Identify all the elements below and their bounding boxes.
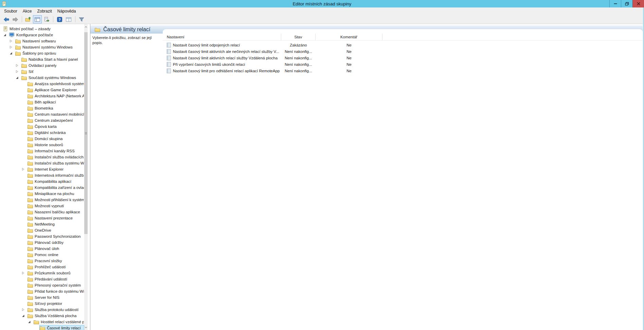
scrollbar-up-button[interactable] bbox=[84, 24, 88, 30]
expander-collapsed-icon[interactable] bbox=[22, 308, 27, 311]
expander-collapsed-icon[interactable] bbox=[10, 39, 15, 43]
tree-item[interactable]: Přidat funkce do systému Windows bbox=[0, 288, 89, 294]
tree-item[interactable]: Čipová karta bbox=[0, 123, 89, 130]
policy-row[interactable]: Při vypršení časových limitů ukončit rel… bbox=[163, 61, 643, 67]
tree-item[interactable]: Možnosti přihlášení k systému Windows bbox=[0, 197, 89, 203]
expander-expanded-icon[interactable] bbox=[16, 76, 21, 79]
tree-item[interactable]: Informační kanály RSS bbox=[0, 148, 89, 154]
tree-item[interactable]: Domácí skupina bbox=[0, 136, 89, 142]
menu-item-soubor[interactable]: Soubor bbox=[1, 9, 20, 14]
tree-item[interactable]: Síťový projektor bbox=[0, 300, 89, 307]
column-header-nastaveni[interactable]: Nastavení bbox=[163, 34, 281, 40]
folder-icon bbox=[28, 283, 33, 288]
tree-item[interactable]: Běh aplikací bbox=[0, 99, 89, 105]
policy-row[interactable]: Nastavit časový limit pro odhlášení rela… bbox=[163, 67, 643, 74]
folder-icon bbox=[28, 314, 33, 318]
policy-row[interactable]: Nastavit časový limit aktivních relací s… bbox=[163, 55, 643, 61]
tree-item[interactable]: Časové limity relací bbox=[0, 325, 89, 330]
tree-node: Ovládací panely bbox=[21, 62, 84, 69]
tree-item[interactable]: Nabídka Start a hlavní panel bbox=[0, 56, 89, 62]
console-tree-toggle-button[interactable] bbox=[33, 15, 42, 23]
expander-collapsed-icon[interactable] bbox=[16, 70, 21, 73]
tree-item[interactable]: Instalační služba ovládacích prvků bbox=[0, 154, 89, 160]
tree-item-label: Kompatibilita aplikací bbox=[35, 179, 71, 183]
tree-item[interactable]: Síť bbox=[0, 69, 89, 75]
tree-item[interactable]: Instalační služba systému Windows bbox=[0, 160, 89, 166]
tree-item[interactable]: Součásti systému Windows bbox=[0, 75, 89, 81]
expander-collapsed-icon[interactable] bbox=[22, 271, 27, 275]
tree-item[interactable]: Služba protokolu událostí bbox=[0, 307, 89, 313]
tree-item[interactable]: Místní počítač – zásady bbox=[0, 26, 89, 32]
tree-item[interactable]: Aplikace Game Explorer bbox=[0, 87, 89, 93]
tree-scrollbar[interactable] bbox=[84, 24, 88, 330]
filter-button[interactable] bbox=[77, 15, 86, 23]
tree-item[interactable]: Hostitel relací vzdálené plochy bbox=[0, 319, 89, 325]
help-button[interactable]: ? bbox=[55, 15, 64, 23]
policy-row[interactable]: Nastavit časový limit odpojených relacíZ… bbox=[163, 42, 643, 48]
expander-expanded-icon[interactable] bbox=[28, 321, 33, 324]
tree-item[interactable]: Architektura NAP (Network Access Protect… bbox=[0, 93, 89, 99]
forward-button[interactable] bbox=[11, 15, 20, 23]
policy-row[interactable]: Nastavit časový limit aktivních ale neči… bbox=[163, 48, 643, 55]
tree-item[interactable]: Internetová informační služba bbox=[0, 172, 89, 178]
expander-collapsed-icon[interactable] bbox=[22, 168, 27, 171]
show-parent-folder-button[interactable] bbox=[24, 15, 33, 23]
minimize-button[interactable] bbox=[609, 0, 621, 7]
expander-collapsed-icon[interactable] bbox=[10, 45, 15, 49]
scrollbar-thumb[interactable] bbox=[84, 32, 88, 234]
tree-item[interactable]: Prohlížeč událostí bbox=[0, 264, 89, 270]
back-button[interactable] bbox=[2, 15, 11, 23]
tree-item[interactable]: Nastavení prezentace bbox=[0, 215, 89, 221]
menu-item-zobrazit[interactable]: Zobrazit bbox=[34, 9, 54, 14]
expander-expanded-icon[interactable] bbox=[3, 34, 9, 37]
tree-item[interactable]: Možnosti vypnutí bbox=[0, 203, 89, 209]
tree-item[interactable]: Předávání událostí bbox=[0, 276, 89, 282]
panel-splitter[interactable] bbox=[90, 24, 90, 330]
tree-item[interactable]: Pomoc online bbox=[0, 252, 89, 258]
tree-item[interactable]: Historie souborů bbox=[0, 142, 89, 148]
restore-button[interactable] bbox=[621, 0, 632, 7]
tree-item[interactable]: Nastavení systému Windows bbox=[0, 44, 89, 50]
tree-item[interactable]: Ovládací panely bbox=[0, 62, 89, 69]
tree-item[interactable]: Server for NIS bbox=[0, 294, 89, 300]
tree-item[interactable]: Centrum zabezpečení bbox=[0, 117, 89, 123]
tree-item[interactable]: Password Synchronization bbox=[0, 233, 89, 239]
scrollbar-down-button[interactable] bbox=[84, 325, 88, 330]
tree-item[interactable]: Miniaplikace na plochu bbox=[0, 191, 89, 197]
tree-item[interactable]: Nasazení balíčku aplikace bbox=[0, 209, 89, 215]
menu-item-akce[interactable]: Akce bbox=[20, 9, 35, 14]
tree-node: Síť bbox=[21, 69, 84, 75]
folder-icon bbox=[28, 131, 33, 135]
tree-item[interactable]: Biometrika bbox=[0, 105, 89, 111]
tree-item[interactable]: Plánovač údržby bbox=[0, 239, 89, 246]
tree-item[interactable]: Nastavení softwaru bbox=[0, 38, 89, 44]
column-header-stav[interactable]: Stav bbox=[281, 34, 316, 40]
tree-item[interactable]: Analýza spolehlivosti systému bbox=[0, 81, 89, 87]
export-list-button[interactable] bbox=[42, 15, 51, 23]
menu-item-napoveda[interactable]: Nápověda bbox=[55, 9, 79, 14]
tree-item[interactable]: Digitální schránka bbox=[0, 130, 89, 136]
tree-item[interactable]: Průzkumník souborů bbox=[0, 270, 89, 276]
minimize-icon bbox=[613, 2, 618, 5]
tree-item[interactable]: Plánovač úloh bbox=[0, 246, 89, 252]
tree-item[interactable]: Šablony pro správu bbox=[0, 50, 89, 56]
tree-item[interactable]: NetMeeting bbox=[0, 221, 89, 227]
export-list-icon bbox=[43, 17, 50, 22]
column-header-komentar[interactable]: Komentář bbox=[316, 34, 382, 40]
expander-expanded-icon[interactable] bbox=[10, 52, 15, 55]
tree-item[interactable]: Služba Vzdálená plocha bbox=[0, 313, 89, 319]
tree-item[interactable]: Přenosný operační systém bbox=[0, 282, 89, 288]
tree-item[interactable]: Kompatibilita zařízení a ovladačů bbox=[0, 185, 89, 191]
tree-item[interactable]: Konfigurace počítače bbox=[0, 32, 89, 38]
close-button[interactable] bbox=[632, 0, 644, 7]
tree-item[interactable]: Pracovní složky bbox=[0, 258, 89, 264]
tree-node: Instalační služba ovládacích prvků bbox=[27, 154, 84, 160]
extended-view-button[interactable] bbox=[64, 15, 73, 23]
tree-item[interactable]: Kompatibilita aplikací bbox=[0, 178, 89, 185]
expander-collapsed-icon[interactable] bbox=[16, 64, 21, 67]
folder-icon bbox=[28, 295, 33, 300]
tree-item[interactable]: OneDrive bbox=[0, 227, 89, 233]
tree-item[interactable]: Centrum nastavení mobilních zařízení bbox=[0, 111, 89, 117]
tree-item[interactable]: Internet Explorer bbox=[0, 166, 89, 172]
expander-expanded-icon[interactable] bbox=[22, 314, 27, 317]
